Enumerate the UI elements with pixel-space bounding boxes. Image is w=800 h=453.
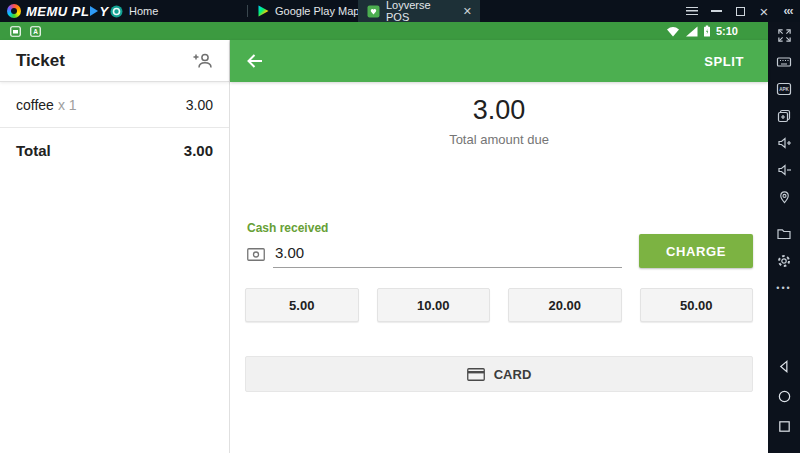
item-name: coffee xyxy=(16,97,54,113)
memu-logo: MEMU PLY xyxy=(7,0,109,22)
total-amount: 3.00 xyxy=(184,142,213,159)
home-tab-icon xyxy=(110,5,123,18)
charge-button[interactable]: CHARGE xyxy=(639,234,753,268)
volume-up-icon[interactable] xyxy=(775,134,793,152)
android-status-bar: A 5:10 xyxy=(0,22,768,40)
quick-amount-button[interactable]: 50.00 xyxy=(640,288,754,322)
cash-received-label: Cash received xyxy=(247,221,753,235)
notification-screenshot-icon xyxy=(10,26,21,37)
add-customer-button[interactable] xyxy=(192,52,213,69)
credit-card-icon xyxy=(467,368,485,381)
back-arrow-icon xyxy=(246,53,264,69)
volume-down-icon[interactable] xyxy=(775,161,793,179)
ticket-title: Ticket xyxy=(16,51,65,71)
back-button[interactable] xyxy=(246,53,264,69)
battery-icon xyxy=(703,25,711,37)
signal-icon xyxy=(685,26,698,37)
tab-close-icon[interactable]: ✕ xyxy=(463,5,480,18)
card-payment-button[interactable]: CARD xyxy=(245,356,753,392)
memu-logo-icon xyxy=(7,4,21,18)
maximize-icon xyxy=(736,7,745,16)
loyverse-app: Ticket coffee x 1 3.00 Total 3.00 xyxy=(0,40,768,453)
keyboard-icon[interactable] xyxy=(775,53,793,71)
emulator-toolbar: APK ••• xyxy=(768,22,800,453)
tab-google-play-label: Google Play Map... xyxy=(275,5,369,17)
tab-google-play[interactable]: Google Play Map... xyxy=(258,0,369,22)
wifi-icon xyxy=(666,26,680,37)
tab-loyverse-pos[interactable]: Loyverse POS ✕ xyxy=(358,0,480,22)
close-window-button[interactable]: × xyxy=(757,3,771,19)
status-indicators: 5:10 xyxy=(666,25,758,37)
titlebar: MEMU PLY Home Google Play Map... Loyvers… xyxy=(0,0,800,22)
cash-icon xyxy=(247,248,265,261)
ticket-line-item[interactable]: coffee x 1 3.00 xyxy=(0,82,229,125)
shared-folder-icon[interactable] xyxy=(775,225,793,243)
svg-text:A: A xyxy=(33,28,38,35)
item-quantity: x 1 xyxy=(58,97,77,113)
svg-text:APK: APK xyxy=(779,87,789,92)
loyverse-app-icon xyxy=(367,5,380,18)
settings-gear-icon[interactable] xyxy=(775,252,793,270)
android-home-button[interactable] xyxy=(775,387,793,405)
android-recents-button[interactable] xyxy=(775,417,793,435)
hamburger-icon xyxy=(686,7,698,15)
ticket-header: Ticket xyxy=(0,40,229,82)
card-button-label: CARD xyxy=(494,367,532,382)
tab-separator xyxy=(247,5,248,17)
split-button[interactable]: SPLIT xyxy=(704,54,744,69)
amount-due: 3.00 xyxy=(230,95,768,126)
tab-home[interactable]: Home xyxy=(110,0,158,22)
total-label: Total xyxy=(16,142,51,159)
payment-appbar: SPLIT xyxy=(230,40,768,82)
status-time: 5:10 xyxy=(716,25,738,37)
window-controls: × ‹‹‹ xyxy=(685,0,795,22)
minimize-icon xyxy=(711,10,722,12)
cash-input-row xyxy=(247,240,622,268)
menu-icon[interactable] xyxy=(685,3,699,19)
amount-due-block: 3.00 Total amount due xyxy=(230,82,768,147)
quick-amount-button[interactable]: 20.00 xyxy=(508,288,622,322)
apk-install-icon[interactable]: APK xyxy=(775,80,793,98)
location-icon[interactable] xyxy=(775,188,793,206)
tab-loyverse-pos-label: Loyverse POS xyxy=(386,0,457,23)
quick-amounts-row: 5.00 10.00 20.00 50.00 xyxy=(245,288,753,322)
ticket-total-row: Total 3.00 xyxy=(0,128,229,173)
play-triangle-icon xyxy=(90,6,98,16)
cash-received-input[interactable] xyxy=(273,240,622,268)
item-amount: 3.00 xyxy=(186,97,213,113)
cash-received-section: Cash received CHARGE xyxy=(247,221,753,268)
collapse-sidebar-icon[interactable]: ‹‹‹ xyxy=(781,3,795,19)
tab-home-label: Home xyxy=(129,5,158,17)
emulator-window: MEMU PLY Home Google Play Map... Loyvers… xyxy=(0,0,800,453)
ticket-panel: Ticket coffee x 1 3.00 Total 3.00 xyxy=(0,40,230,453)
more-options-icon[interactable]: ••• xyxy=(775,279,793,297)
memu-logo-text: MEMU PLY xyxy=(26,4,109,19)
maximize-button[interactable] xyxy=(733,3,747,19)
payment-panel: SPLIT 3.00 Total amount due Cash receive… xyxy=(230,40,768,453)
amount-due-caption: Total amount due xyxy=(230,132,768,147)
android-back-button[interactable] xyxy=(775,357,793,375)
quick-amount-button[interactable]: 5.00 xyxy=(245,288,359,322)
multi-instance-icon[interactable] xyxy=(775,107,793,125)
quick-amount-button[interactable]: 10.00 xyxy=(377,288,491,322)
minimize-button[interactable] xyxy=(709,3,723,19)
fullscreen-icon[interactable] xyxy=(775,26,793,44)
notification-a-icon: A xyxy=(30,26,41,37)
google-play-icon xyxy=(258,5,269,17)
